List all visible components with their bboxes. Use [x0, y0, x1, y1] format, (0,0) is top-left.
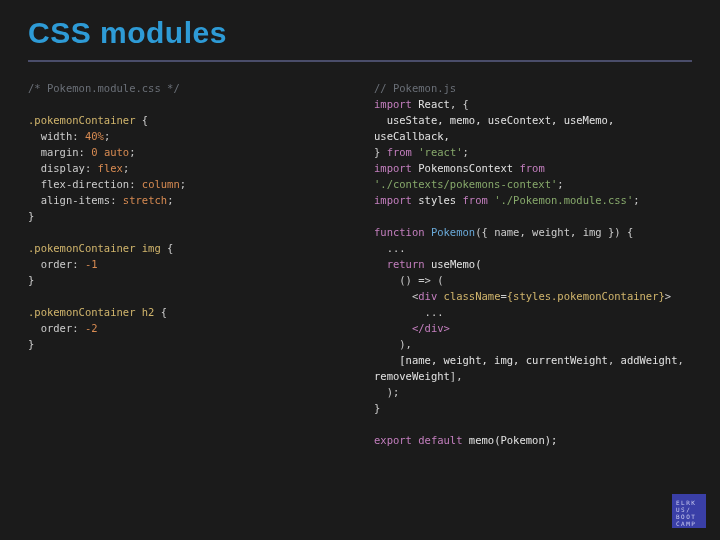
kw-export: export [374, 434, 412, 446]
slide-title: CSS modules [28, 16, 692, 60]
css-prop: order [41, 258, 73, 270]
str-ctx: './contexts/pokemons-context' [374, 178, 557, 190]
css-prop: order [41, 322, 73, 334]
call-usememo: useMemo( [431, 258, 482, 270]
jsx-attr: className [444, 290, 501, 302]
punc: } [374, 146, 387, 158]
kw-import: import [374, 162, 412, 174]
css-column: /* Pokemon.module.css */ .pokemonContain… [28, 80, 346, 448]
punc: ; [557, 178, 563, 190]
id-ctx: PokemonsContext [418, 162, 513, 174]
id-react: React [418, 98, 450, 110]
deps: addWeight [621, 354, 678, 366]
css-val: column [142, 178, 180, 190]
css-code: /* Pokemon.module.css */ .pokemonContain… [28, 80, 346, 352]
title-underline [28, 60, 692, 62]
kw-function: function [374, 226, 425, 238]
css-val: stretch [123, 194, 167, 206]
deps: currentWeight [526, 354, 608, 366]
css-selector-2: .pokemonContainer img [28, 242, 161, 254]
fn-name: Pokemon [431, 226, 475, 238]
js-column: // Pokemon.js import React, { useState, … [374, 80, 692, 448]
fn-args: ({ name, weight, img }) { [475, 226, 633, 238]
jsx-close: </div> [412, 322, 450, 334]
jsx-tag: div [418, 290, 437, 302]
punc: , [608, 354, 621, 366]
kw-return: return [387, 258, 425, 270]
arrow-fn: () => ( [399, 274, 443, 286]
kw-import: import [374, 194, 412, 206]
bootcamp-logo: ELRK US/ BOOT CAMP [672, 494, 706, 528]
punc: ); [387, 386, 400, 398]
js-code: // Pokemon.js import React, { useState, … [374, 80, 692, 448]
str-react: 'react' [418, 146, 462, 158]
css-val: flex [98, 162, 123, 174]
css-file-comment: /* Pokemon.module.css */ [28, 82, 180, 94]
code-columns: /* Pokemon.module.css */ .pokemonContain… [28, 80, 692, 448]
css-prop: margin [41, 146, 79, 158]
punc: } [374, 402, 380, 414]
css-val: -2 [85, 322, 98, 334]
deps: removeWeight [374, 370, 450, 382]
export-call: memo(Pokemon); [469, 434, 558, 446]
css-prop: display [41, 162, 85, 174]
kw-from: from [463, 194, 488, 206]
jsx-expr: {styles.pokemonContainer} [507, 290, 665, 302]
punc: ; [633, 194, 639, 206]
css-prop: width [41, 130, 73, 142]
css-selector-3: .pokemonContainer h2 [28, 306, 154, 318]
id-styles: styles [418, 194, 456, 206]
deps: [name, weight, img, [399, 354, 525, 366]
css-val: -1 [85, 258, 98, 270]
kw-default: default [418, 434, 462, 446]
punc: ; [463, 146, 469, 158]
punc: ], [450, 370, 463, 382]
js-file-comment: // Pokemon.js [374, 82, 456, 94]
css-prop: align-items [41, 194, 111, 206]
punc: , { [450, 98, 469, 110]
punc: , [677, 354, 690, 366]
kw-import: import [374, 98, 412, 110]
ellipsis: ... [425, 306, 444, 318]
jsx-gt: > [665, 290, 671, 302]
logo-line: ELRK [676, 499, 706, 506]
css-selector-1: .pokemonContainer [28, 114, 135, 126]
ellipsis: ... [387, 242, 406, 254]
logo-line: BOOT [676, 513, 706, 520]
css-val: 0 auto [91, 146, 129, 158]
logo-line: US/ [676, 506, 706, 513]
str-css: './Pokemon.module.css' [494, 194, 633, 206]
kw-from: from [519, 162, 544, 174]
import-hooks: useState, memo, useContext, useMemo, use… [374, 114, 621, 142]
css-prop: flex-direction [41, 178, 130, 190]
css-val: 40% [85, 130, 104, 142]
logo-line: CAMP [676, 520, 706, 527]
punc: ), [399, 338, 412, 350]
kw-from: from [387, 146, 412, 158]
